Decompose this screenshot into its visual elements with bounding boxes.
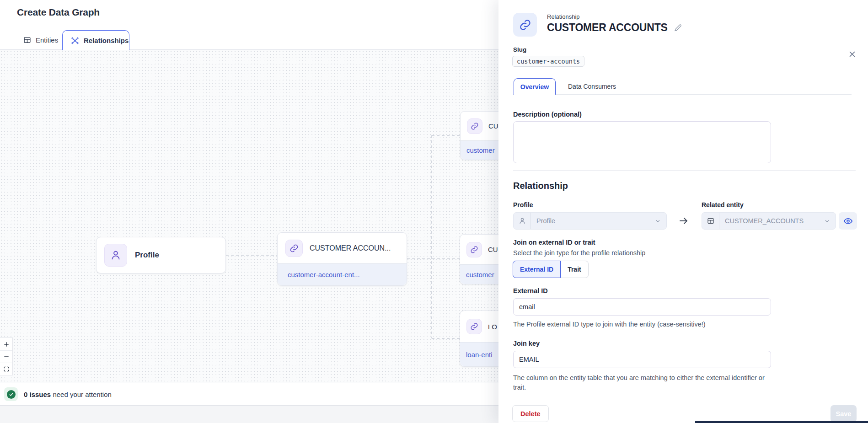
node-title: CU <box>488 122 498 130</box>
relationships-network-icon <box>71 37 79 45</box>
node-title: CUSTOMER ACCOUN... <box>310 244 391 252</box>
panel-tabs-divider <box>513 94 852 95</box>
segment-external-id[interactable]: External ID <box>513 261 561 278</box>
link-icon <box>285 240 303 257</box>
zoom-in-button[interactable] <box>0 338 12 350</box>
preview-entity-eye-icon[interactable] <box>839 212 857 230</box>
node-header: CUSTOMER ACCOUN... <box>278 233 407 263</box>
slug-label: Slug <box>513 46 526 53</box>
issues-status-bar: 0 issues need your attention <box>0 383 498 406</box>
bottom-edge-dark-strip <box>695 421 868 423</box>
node-profile[interactable]: Profile <box>96 237 226 273</box>
link-icon <box>466 242 482 257</box>
segment-trait[interactable]: Trait <box>561 261 589 278</box>
canvas-zoom-controls <box>0 337 13 375</box>
node-entity-slug[interactable]: customer-account-ent... <box>278 263 407 285</box>
status-text: 0 issues need your attention <box>24 391 112 398</box>
panel-title: CUSTOMER ACCOUNTS <box>547 21 668 34</box>
arrow-right-icon <box>678 215 689 226</box>
check-circle-icon <box>7 390 16 399</box>
node-title: LO <box>488 323 497 331</box>
issues-count: 0 issues <box>24 391 51 398</box>
tab-data-consumers[interactable]: Data Consumers <box>563 78 622 94</box>
tab-relationships[interactable]: Relationships <box>62 30 129 50</box>
tab-overview[interactable]: Overview <box>514 78 556 95</box>
join-key-label: Join key <box>513 340 540 347</box>
issues-rest: need your attention <box>51 391 112 398</box>
relationship-link-icon <box>513 13 537 37</box>
external-id-help: The Profile external ID type to join wit… <box>513 321 778 328</box>
zoom-out-button[interactable] <box>0 350 12 363</box>
profile-select[interactable]: Profile <box>513 212 667 230</box>
join-type-help: Select the join type for the profile rel… <box>513 249 645 257</box>
related-entity-value: CUSTOMER_ACCOUNTS <box>719 217 824 225</box>
save-button[interactable]: Save <box>830 405 857 422</box>
node-customer-accounts[interactable]: CUSTOMER ACCOUN... customer-account-ent.… <box>277 232 407 286</box>
section-divider <box>513 170 856 171</box>
external-id-input[interactable] <box>513 298 771 316</box>
main-tabbar: Entities Relationships <box>0 24 498 50</box>
link-icon <box>467 118 482 134</box>
description-label: Description (optional) <box>513 111 582 118</box>
node-profile-label: Profile <box>135 251 159 260</box>
profile-select-value: Profile <box>531 217 655 225</box>
close-panel-button[interactable] <box>846 48 858 60</box>
join-type-segmented-control: External ID Trait <box>513 261 589 278</box>
person-icon <box>104 244 127 267</box>
page-title: Create Data Graph <box>17 0 100 24</box>
status-check-badge <box>4 387 18 401</box>
table-grid-icon <box>23 36 31 44</box>
person-icon <box>514 213 531 229</box>
tab-entities[interactable]: Entities <box>17 30 64 49</box>
description-textarea[interactable] <box>513 121 771 163</box>
join-type-label: Join on external ID or trait <box>513 239 595 246</box>
panel-type-label: Relationship <box>547 13 580 20</box>
node-title: CU <box>488 246 498 253</box>
graph-canvas[interactable] <box>0 50 498 383</box>
delete-button[interactable]: Delete <box>512 405 549 422</box>
relationship-detail-panel: Relationship CUSTOMER ACCOUNTS Slug cust… <box>498 0 868 423</box>
create-data-graph-page: Create Data Graph Entities R <box>0 0 868 423</box>
link-icon <box>466 319 482 334</box>
slug-value: customer-accounts <box>512 56 584 67</box>
chevron-down-icon <box>655 218 666 224</box>
tab-entities-label: Entities <box>36 36 58 44</box>
edit-pencil-icon[interactable] <box>674 24 682 32</box>
profile-label: Profile <box>513 201 533 209</box>
related-entity-select[interactable]: CUSTOMER_ACCOUNTS <box>702 212 836 230</box>
external-id-label: External ID <box>513 287 548 294</box>
table-icon <box>702 213 719 229</box>
fit-view-button[interactable] <box>0 363 12 375</box>
tab-relationships-label: Relationships <box>84 37 129 44</box>
canvas-footer-strip <box>0 406 498 423</box>
relationship-section-title: Relationship <box>513 181 568 191</box>
related-entity-label: Related entity <box>702 201 744 209</box>
chevron-down-icon <box>824 218 836 224</box>
join-key-input[interactable] <box>513 351 771 368</box>
join-key-help: The column on the entity table that you … <box>513 373 767 392</box>
